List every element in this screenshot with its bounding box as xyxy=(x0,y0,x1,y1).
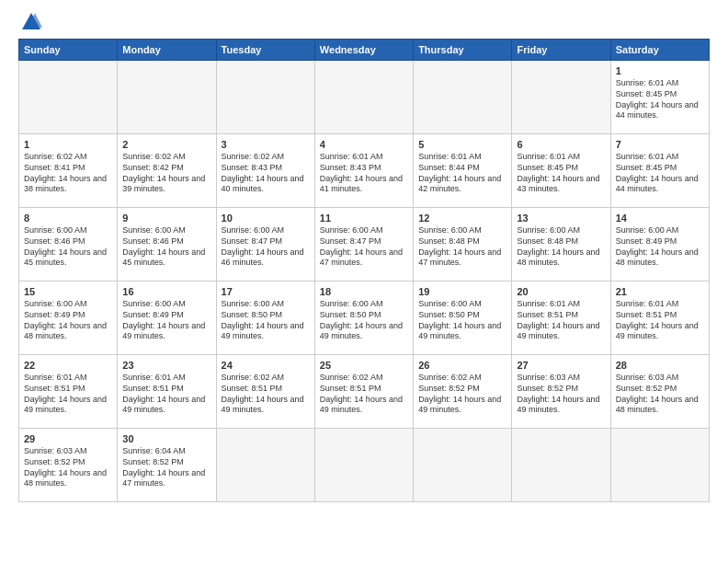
sunset-text: Sunset: 8:51 PM xyxy=(122,384,184,393)
calendar-cell xyxy=(314,61,413,134)
calendar-cell: 19Sunrise: 6:00 AMSunset: 8:50 PMDayligh… xyxy=(414,282,512,355)
daylight-text: Daylight: 14 hours and 49 minutes. xyxy=(418,395,501,415)
sunset-text: Sunset: 8:51 PM xyxy=(222,384,283,393)
daylight-text: Daylight: 14 hours and 49 minutes. xyxy=(616,321,699,341)
calendar-cell: 30Sunrise: 6:04 AMSunset: 8:52 PMDayligh… xyxy=(118,429,216,502)
day-number: 30 xyxy=(122,432,210,445)
calendar-week-5: 29Sunrise: 6:03 AMSunset: 8:52 PMDayligh… xyxy=(19,429,710,502)
sunrise-text: Sunrise: 6:03 AM xyxy=(517,373,580,382)
sunrise-text: Sunrise: 6:00 AM xyxy=(418,299,482,308)
sunset-text: Sunset: 8:51 PM xyxy=(24,384,85,393)
sunset-text: Sunset: 8:46 PM xyxy=(122,236,184,246)
sunset-text: Sunset: 8:50 PM xyxy=(320,310,381,319)
sunset-text: Sunset: 8:51 PM xyxy=(616,310,677,319)
calendar-cell: 7Sunrise: 6:01 AMSunset: 8:45 PMDaylight… xyxy=(610,134,709,208)
daylight-text: Daylight: 14 hours and 49 minutes. xyxy=(222,395,304,415)
daylight-text: Daylight: 14 hours and 47 minutes. xyxy=(122,468,205,488)
sunset-text: Sunset: 8:43 PM xyxy=(320,163,381,172)
sunrise-text: Sunrise: 6:00 AM xyxy=(616,225,679,235)
sunrise-text: Sunrise: 6:00 AM xyxy=(320,299,383,308)
day-number: 17 xyxy=(222,285,310,298)
sunset-text: Sunset: 8:41 PM xyxy=(24,163,85,172)
calendar-cell xyxy=(414,429,512,502)
sunset-text: Sunset: 8:45 PM xyxy=(616,89,677,98)
daylight-text: Daylight: 14 hours and 47 minutes. xyxy=(320,247,403,268)
daylight-text: Daylight: 14 hours and 49 minutes. xyxy=(320,321,403,341)
daylight-text: Daylight: 14 hours and 48 minutes. xyxy=(517,247,599,268)
day-number: 1 xyxy=(24,138,112,151)
day-number: 19 xyxy=(418,285,506,298)
sunrise-text: Sunrise: 6:00 AM xyxy=(222,225,285,235)
daylight-text: Daylight: 14 hours and 42 minutes. xyxy=(418,174,501,194)
daylight-text: Daylight: 14 hours and 44 minutes. xyxy=(616,174,699,194)
sunset-text: Sunset: 8:49 PM xyxy=(24,310,85,319)
calendar-cell xyxy=(512,61,610,134)
col-header-tuesday: Tuesday xyxy=(216,40,314,61)
daylight-text: Daylight: 14 hours and 49 minutes. xyxy=(122,321,205,341)
daylight-text: Daylight: 14 hours and 49 minutes. xyxy=(517,321,599,341)
day-number: 8 xyxy=(24,212,112,224)
day-number: 29 xyxy=(24,432,112,445)
calendar-cell: 10Sunrise: 6:00 AMSunset: 8:47 PMDayligh… xyxy=(216,208,314,282)
daylight-text: Daylight: 14 hours and 48 minutes. xyxy=(616,247,699,268)
daylight-text: Daylight: 14 hours and 49 minutes. xyxy=(418,321,501,341)
sunset-text: Sunset: 8:47 PM xyxy=(222,236,283,246)
sunrise-text: Sunrise: 6:02 AM xyxy=(222,152,285,161)
sunset-text: Sunset: 8:52 PM xyxy=(122,457,184,466)
day-number: 13 xyxy=(517,212,605,224)
daylight-text: Daylight: 14 hours and 45 minutes. xyxy=(122,247,205,268)
col-header-thursday: Thursday xyxy=(414,40,512,61)
day-number: 22 xyxy=(24,359,112,372)
calendar-cell: 20Sunrise: 6:01 AMSunset: 8:51 PMDayligh… xyxy=(512,282,610,355)
daylight-text: Daylight: 14 hours and 46 minutes. xyxy=(222,247,304,268)
sunrise-text: Sunrise: 6:01 AM xyxy=(616,299,679,308)
calendar-header-row: SundayMondayTuesdayWednesdayThursdayFrid… xyxy=(19,40,710,61)
sunrise-text: Sunrise: 6:00 AM xyxy=(24,225,87,235)
daylight-text: Daylight: 14 hours and 40 minutes. xyxy=(222,174,304,194)
sunset-text: Sunset: 8:44 PM xyxy=(418,163,480,172)
daylight-text: Daylight: 14 hours and 43 minutes. xyxy=(517,174,599,194)
calendar-cell: 16Sunrise: 6:00 AMSunset: 8:49 PMDayligh… xyxy=(118,282,216,355)
sunset-text: Sunset: 8:48 PM xyxy=(418,236,480,246)
calendar-cell xyxy=(118,61,216,134)
day-number: 2 xyxy=(122,138,210,151)
sunset-text: Sunset: 8:51 PM xyxy=(320,384,381,393)
day-number: 18 xyxy=(320,285,408,298)
day-number: 14 xyxy=(616,212,704,224)
day-number: 25 xyxy=(320,359,408,372)
daylight-text: Daylight: 14 hours and 48 minutes. xyxy=(24,468,107,488)
sunrise-text: Sunrise: 6:01 AM xyxy=(24,373,87,382)
day-number: 24 xyxy=(222,359,310,372)
sunset-text: Sunset: 8:52 PM xyxy=(24,457,85,466)
day-number: 16 xyxy=(122,285,210,298)
calendar-cell: 4Sunrise: 6:01 AMSunset: 8:43 PMDaylight… xyxy=(314,134,413,208)
day-number: 3 xyxy=(222,138,310,151)
sunset-text: Sunset: 8:42 PM xyxy=(122,163,184,172)
sunrise-text: Sunrise: 6:03 AM xyxy=(616,373,679,382)
day-number: 11 xyxy=(320,212,408,224)
calendar-cell: 14Sunrise: 6:00 AMSunset: 8:49 PMDayligh… xyxy=(610,208,709,282)
sunset-text: Sunset: 8:51 PM xyxy=(517,310,578,319)
sunset-text: Sunset: 8:49 PM xyxy=(616,236,677,246)
daylight-text: Daylight: 14 hours and 49 minutes. xyxy=(517,395,599,415)
calendar-cell: 28Sunrise: 6:03 AMSunset: 8:52 PMDayligh… xyxy=(610,355,709,429)
calendar-table: SundayMondayTuesdayWednesdayThursdayFrid… xyxy=(18,39,710,502)
day-number: 26 xyxy=(418,359,506,372)
calendar-cell: 26Sunrise: 6:02 AMSunset: 8:52 PMDayligh… xyxy=(414,355,512,429)
calendar-cell xyxy=(314,429,413,502)
daylight-text: Daylight: 14 hours and 38 minutes. xyxy=(24,174,107,194)
sunset-text: Sunset: 8:46 PM xyxy=(24,236,85,246)
day-number: 7 xyxy=(616,138,704,151)
calendar-cell: 9Sunrise: 6:00 AMSunset: 8:46 PMDaylight… xyxy=(118,208,216,282)
day-number: 27 xyxy=(517,359,605,372)
sunset-text: Sunset: 8:43 PM xyxy=(222,163,283,172)
day-number: 4 xyxy=(320,138,408,151)
logo xyxy=(18,15,42,29)
calendar-cell: 6Sunrise: 6:01 AMSunset: 8:45 PMDaylight… xyxy=(512,134,610,208)
sunrise-text: Sunrise: 6:02 AM xyxy=(320,373,383,382)
sunrise-text: Sunrise: 6:00 AM xyxy=(222,299,285,308)
col-header-wednesday: Wednesday xyxy=(314,40,413,61)
calendar-cell: 12Sunrise: 6:00 AMSunset: 8:48 PMDayligh… xyxy=(414,208,512,282)
daylight-text: Daylight: 14 hours and 47 minutes. xyxy=(418,247,501,268)
sunrise-text: Sunrise: 6:00 AM xyxy=(122,299,186,308)
